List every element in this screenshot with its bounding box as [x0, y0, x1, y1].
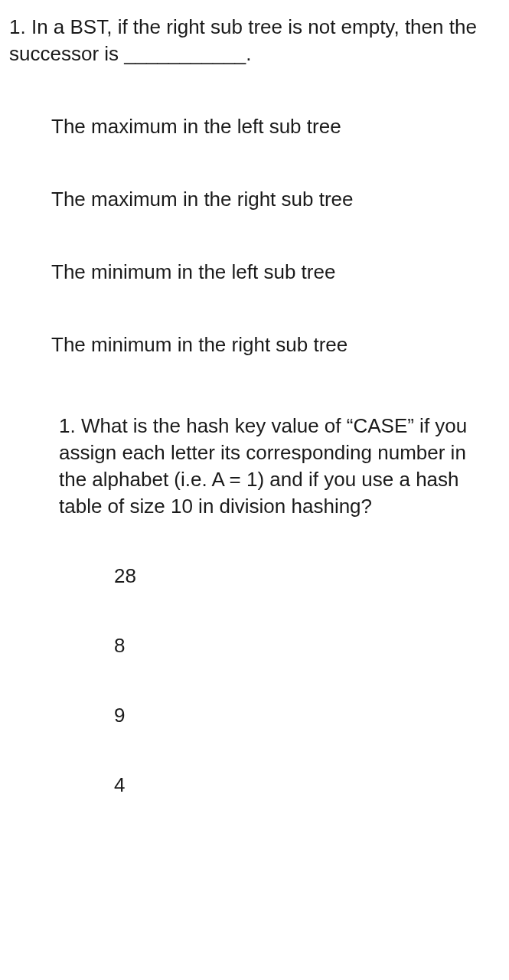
document-page: 1. In a BST, if the right sub tree is no… — [0, 0, 509, 814]
question-1-option-b[interactable]: The maximum in the right sub tree — [9, 186, 494, 213]
question-2-prompt: 1. What is the hash key value of “CASE” … — [59, 413, 494, 520]
question-1: 1. In a BST, if the right sub tree is no… — [9, 14, 494, 359]
question-2-option-b[interactable]: 8 — [59, 632, 494, 659]
question-2-text: What is the hash key value of “CASE” if … — [59, 414, 467, 518]
question-2-option-a[interactable]: 28 — [59, 563, 494, 590]
question-2-option-d[interactable]: 4 — [59, 772, 494, 799]
question-1-number: 1. — [9, 15, 26, 38]
question-1-option-d[interactable]: The minimum in the right sub tree — [9, 332, 494, 358]
question-1-option-c[interactable]: The minimum in the left sub tree — [9, 259, 494, 286]
question-1-text: In a BST, if the right sub tree is not e… — [9, 15, 477, 65]
question-1-option-a[interactable]: The maximum in the left sub tree — [9, 113, 494, 140]
question-1-prompt: 1. In a BST, if the right sub tree is no… — [9, 14, 494, 67]
question-2-option-c[interactable]: 9 — [59, 702, 494, 729]
question-2-number: 1. — [59, 414, 76, 437]
question-2: 1. What is the hash key value of “CASE” … — [9, 413, 494, 799]
